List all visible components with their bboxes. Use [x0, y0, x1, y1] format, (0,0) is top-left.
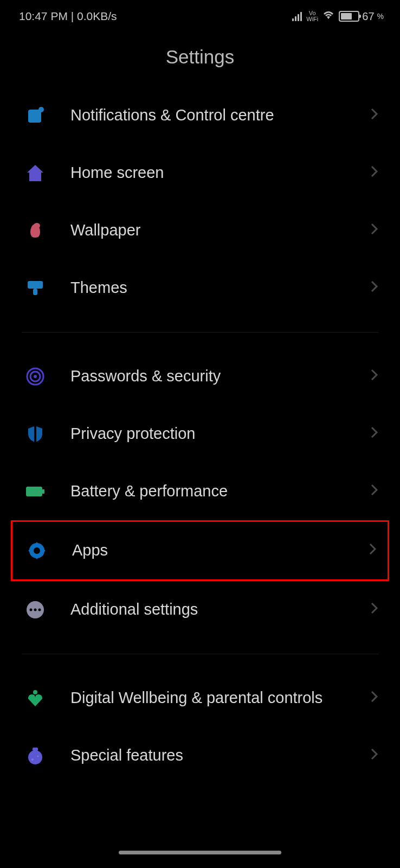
home-indicator[interactable]: [119, 851, 281, 854]
settings-item-label: Digital Wellbeing & parental controls: [70, 688, 371, 709]
status-right: Vo WiFi 67%: [292, 9, 384, 23]
heart-icon: [22, 685, 49, 712]
status-time-data: 10:47 PM | 0.0KB/s: [19, 10, 117, 23]
settings-item-label: Notifications & Control centre: [70, 105, 371, 126]
svg-point-2: [34, 223, 40, 228]
chevron-right-icon: [371, 426, 378, 442]
settings-item-label: Wallpaper: [70, 220, 371, 241]
vo-wifi-icon: Vo WiFi: [306, 10, 318, 22]
settings-item-label: Privacy protection: [70, 424, 371, 444]
chevron-right-icon: [371, 165, 378, 181]
settings-item-label: Special features: [70, 745, 371, 766]
settings-item-label: Additional settings: [70, 599, 371, 620]
svg-point-14: [30, 609, 33, 611]
svg-rect-9: [26, 487, 42, 496]
battery-icon: [22, 478, 49, 505]
svg-point-20: [31, 758, 34, 761]
battery-indicator: 67%: [339, 10, 384, 23]
page-title: Settings: [0, 46, 400, 68]
settings-item-label: Themes: [70, 278, 371, 298]
settings-item-home-screen[interactable]: Home screen: [22, 144, 378, 202]
chevron-right-icon: [371, 369, 378, 384]
svg-point-7: [34, 375, 37, 378]
settings-item-notifications[interactable]: Notifications & Control centre: [22, 87, 378, 144]
settings-item-wellbeing[interactable]: Digital Wellbeing & parental controls: [22, 669, 378, 727]
svg-point-19: [28, 750, 42, 764]
svg-point-12: [34, 547, 40, 554]
chevron-right-icon: [369, 543, 377, 558]
section-divider: [22, 332, 378, 333]
chevron-right-icon: [371, 691, 378, 706]
svg-point-17: [33, 690, 37, 694]
svg-rect-8: [34, 426, 36, 442]
signal-icon: [292, 11, 302, 21]
chevron-right-icon: [371, 484, 378, 499]
dots-icon: [22, 596, 49, 623]
chevron-right-icon: [371, 223, 378, 238]
wallpaper-icon: [22, 217, 49, 244]
section-divider: [22, 654, 378, 654]
settings-item-label: Battery & performance: [70, 481, 371, 502]
settings-item-privacy[interactable]: Privacy protection: [22, 405, 378, 463]
chevron-right-icon: [371, 280, 378, 296]
settings-item-label: Home screen: [70, 163, 371, 183]
settings-item-label: Apps: [72, 540, 369, 561]
settings-item-additional[interactable]: Additional settings: [22, 581, 378, 639]
notifications-icon: [22, 102, 49, 129]
settings-item-battery[interactable]: Battery & performance: [22, 463, 378, 520]
settings-item-wallpaper[interactable]: Wallpaper: [22, 202, 378, 259]
shield-icon: [22, 420, 49, 448]
flask-icon: [22, 742, 49, 769]
settings-item-special[interactable]: Special features: [22, 727, 378, 784]
wifi-icon: [322, 9, 334, 23]
chevron-right-icon: [371, 108, 378, 123]
settings-item-themes[interactable]: Themes: [22, 259, 378, 317]
svg-point-1: [38, 107, 44, 112]
settings-list: Notifications & Control centre Home scre…: [0, 87, 400, 784]
settings-item-passwords[interactable]: Passwords & security: [22, 348, 378, 405]
settings-item-label: Passwords & security: [70, 366, 371, 387]
home-icon: [22, 159, 49, 187]
settings-item-apps[interactable]: Apps: [11, 520, 389, 581]
svg-rect-0: [28, 110, 41, 123]
chevron-right-icon: [371, 602, 378, 617]
svg-point-16: [38, 609, 41, 611]
svg-rect-4: [33, 289, 37, 295]
svg-point-21: [37, 756, 39, 757]
fingerprint-icon: [22, 363, 49, 390]
gear-icon: [23, 537, 50, 564]
svg-point-15: [34, 609, 37, 611]
themes-icon: [22, 275, 49, 302]
svg-rect-3: [28, 281, 43, 289]
status-bar: 10:47 PM | 0.0KB/s Vo WiFi 67%: [0, 0, 400, 27]
svg-rect-10: [42, 489, 44, 494]
chevron-right-icon: [371, 748, 378, 763]
